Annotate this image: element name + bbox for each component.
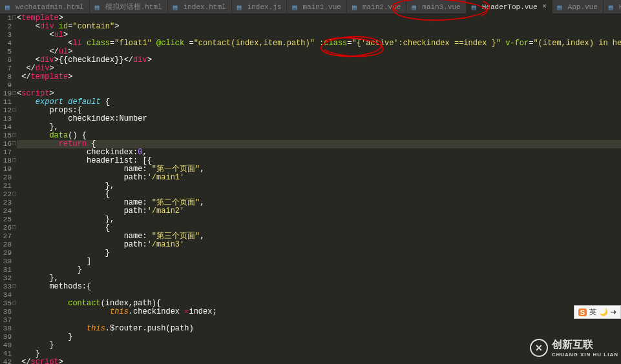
tab-label: index.js: [247, 3, 282, 11]
tab-index-js[interactable]: ▤index.js: [232, 0, 288, 14]
file-icon: ▤: [237, 3, 245, 11]
tab-label: main3.vue: [422, 3, 460, 11]
tab-main1[interactable]: ▤main1.vue: [287, 0, 346, 14]
tab-label: App.vue: [568, 3, 598, 11]
tab-mock[interactable]: ▤模拟对话框.html: [90, 0, 168, 14]
tab-index-html[interactable]: ▤index.html: [168, 0, 232, 14]
file-icon: ▤: [173, 3, 181, 11]
tab-label: 模拟对话框.html: [105, 2, 162, 12]
code-area[interactable]: <<template>template> <div id="contain"> …: [17, 14, 621, 364]
tab-label: HeaderTop.vue: [482, 3, 538, 11]
tab-label: main1.vue: [302, 3, 341, 11]
file-icon: ▤: [558, 3, 565, 11]
ime-lang[interactable]: 英: [589, 307, 596, 317]
moon-icon[interactable]: 🌙: [599, 308, 608, 316]
fold-column[interactable]: □□□□□□□□□□: [12, 14, 17, 364]
watermark: ✕ 创新互联 CHUANG XIN HU LIAN: [530, 338, 618, 358]
watermark-subtext: CHUANG XIN HU LIAN: [552, 352, 618, 358]
line-number-gutter: 1234567891011121314151617181920212223242…: [0, 14, 12, 364]
tab-wechatadmin[interactable]: ▤wechatadmin.html: [0, 0, 90, 14]
file-icon: ▤: [352, 3, 360, 11]
tab-headertop[interactable]: ▤HeaderTop.vue×: [467, 0, 553, 14]
tab-main2[interactable]: ▤main2.vue: [347, 0, 406, 14]
file-icon: ▤: [95, 3, 103, 11]
ime-toolbar[interactable]: S 英 🌙 ➜: [574, 305, 621, 319]
tab-app[interactable]: ▤App.vue: [553, 0, 604, 14]
watermark-logo-icon: ✕: [530, 339, 548, 357]
file-icon: ▤: [5, 3, 13, 11]
tab-helloworld[interactable]: ▤HelloWorld.vue: [604, 0, 621, 14]
file-icon: ▤: [472, 3, 479, 11]
tab-label: index.html: [184, 3, 226, 11]
tab-main3[interactable]: ▤main3.vue: [406, 0, 466, 14]
watermark-text: 创新互联: [552, 339, 593, 350]
ime-logo-icon: S: [578, 308, 587, 316]
tab-label: wechatadmin.html: [16, 3, 84, 11]
file-icon: ▤: [609, 3, 616, 11]
file-icon: ▤: [292, 3, 300, 11]
close-icon[interactable]: ×: [543, 3, 547, 10]
code-editor[interactable]: 1234567891011121314151617181920212223242…: [0, 14, 621, 364]
arrow-icon[interactable]: ➜: [611, 308, 616, 316]
tab-bar: ▤wechatadmin.html ▤模拟对话框.html ▤index.htm…: [0, 0, 621, 14]
file-icon: ▤: [412, 3, 419, 11]
tab-label: main2.vue: [363, 3, 401, 11]
